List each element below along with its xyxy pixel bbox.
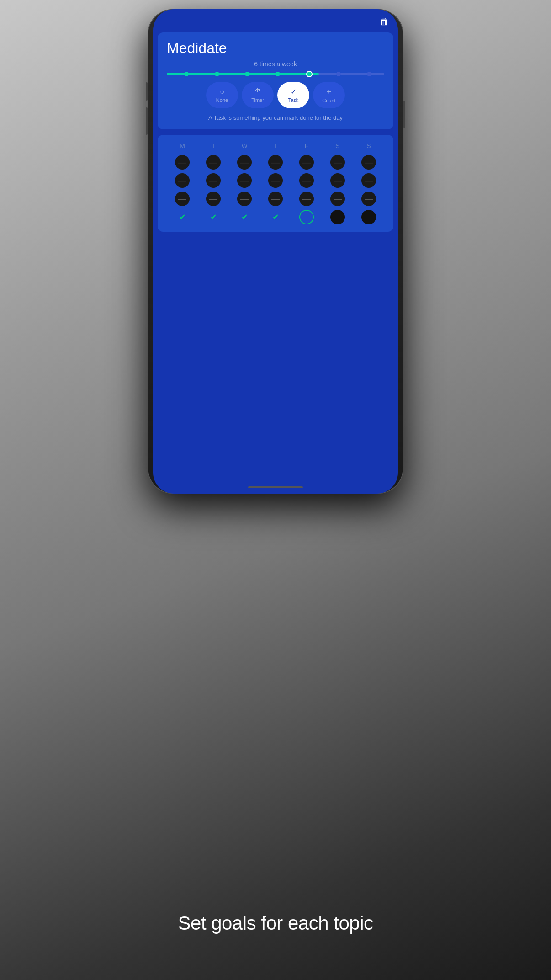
calendar-grid: — — — — — — — — — <box>167 155 384 224</box>
cell-r3c2[interactable]: — <box>206 192 221 206</box>
cell-r1c7[interactable]: — <box>361 155 376 170</box>
type-task-label: Task <box>288 97 299 103</box>
day-headers: M T W T F S S <box>167 142 384 149</box>
screen-content: 🗑 Medidate 6 times a week <box>153 9 398 494</box>
calendar-row-4: ✔ ✔ ✔ ✔ <box>167 210 384 224</box>
cell-r4c6[interactable] <box>330 210 345 224</box>
day-w: W <box>237 142 252 149</box>
cell-r3c1[interactable]: — <box>175 192 190 206</box>
type-count-button[interactable]: ＋ Count <box>313 82 345 108</box>
cell-r2c5[interactable]: — <box>299 173 314 188</box>
cell-r1c4[interactable]: — <box>268 155 283 170</box>
calendar-card: M T W T F S S — — <box>158 135 393 232</box>
cell-r4c1[interactable]: ✔ <box>175 210 190 224</box>
cell-r2c1[interactable]: — <box>175 173 190 188</box>
cell-r4c4[interactable]: ✔ <box>268 210 283 224</box>
phone-frame: 🗑 Medidate 6 times a week <box>148 9 403 494</box>
type-count-label: Count <box>322 98 335 103</box>
frequency-slider[interactable] <box>167 73 384 75</box>
day-t2: T <box>268 142 283 149</box>
page-background: 🗑 Medidate 6 times a week <box>0 0 551 980</box>
cell-r4c3[interactable]: ✔ <box>237 210 252 224</box>
cell-r2c4[interactable]: — <box>268 173 283 188</box>
volume-down-button <box>146 107 148 135</box>
type-task-button[interactable]: ✓ Task <box>277 82 309 108</box>
cell-r3c5[interactable]: — <box>299 192 314 206</box>
type-buttons-group: ○ None ⏱ Timer ✓ Task <box>167 82 384 108</box>
slider-dot-2 <box>215 72 219 76</box>
timer-icon: ⏱ <box>254 88 261 96</box>
cell-r1c1[interactable]: — <box>175 155 190 170</box>
medidate-card: Medidate 6 times a week <box>158 32 393 129</box>
phone-body: 🗑 Medidate 6 times a week <box>148 9 403 494</box>
calendar-row-2: — — — — — — — <box>167 173 384 188</box>
slider-track <box>167 73 384 75</box>
type-none-button[interactable]: ○ None <box>206 82 238 108</box>
cell-r1c3[interactable]: — <box>237 155 252 170</box>
app-title: Medidate <box>167 40 384 57</box>
slider-dot-1 <box>184 72 189 76</box>
slider-dot-4 <box>276 72 280 76</box>
type-none-label: None <box>216 97 228 103</box>
cell-r3c6[interactable]: — <box>330 192 345 206</box>
day-t1: T <box>206 142 221 149</box>
slider-dot-6 <box>336 72 341 76</box>
day-s2: S <box>361 142 376 149</box>
cell-r4c5[interactable] <box>299 210 314 224</box>
cell-r3c3[interactable]: — <box>237 192 252 206</box>
volume-up-button <box>146 82 148 101</box>
calendar-row-3: — — — — — — — <box>167 192 384 206</box>
cell-r2c3[interactable]: — <box>237 173 252 188</box>
cell-r1c5[interactable]: — <box>299 155 314 170</box>
delete-icon[interactable]: 🗑 <box>380 16 389 27</box>
day-m: M <box>175 142 190 149</box>
cell-r4c7[interactable] <box>361 210 376 224</box>
power-button <box>403 101 405 128</box>
cell-r3c7[interactable]: — <box>361 192 376 206</box>
top-bar: 🗑 <box>153 9 398 31</box>
day-f: F <box>299 142 314 149</box>
slider-dot-7 <box>367 72 371 76</box>
cell-r4c2[interactable]: ✔ <box>206 210 221 224</box>
none-icon: ○ <box>220 88 224 96</box>
cell-r2c6[interactable]: — <box>330 173 345 188</box>
cell-r1c2[interactable]: — <box>206 155 221 170</box>
cell-r2c2[interactable]: — <box>206 173 221 188</box>
day-s1: S <box>330 142 345 149</box>
phone-screen: 🗑 Medidate 6 times a week <box>153 9 398 494</box>
count-icon: ＋ <box>325 87 333 96</box>
slider-dot-3 <box>245 72 249 76</box>
slider-dot-5-active <box>306 71 313 77</box>
type-timer-button[interactable]: ⏱ Timer <box>242 82 274 108</box>
cell-r3c4[interactable]: — <box>268 192 283 206</box>
task-icon: ✓ <box>291 87 297 96</box>
type-description: A Task is something you can mark done fo… <box>167 114 384 122</box>
cell-r2c7[interactable]: — <box>361 173 376 188</box>
caption-text: Set goals for each topic <box>37 912 514 934</box>
home-indicator <box>248 486 303 488</box>
calendar-row-1: — — — — — — — <box>167 155 384 170</box>
caption-area: Set goals for each topic <box>0 912 551 934</box>
type-timer-label: Timer <box>251 97 264 103</box>
cell-r1c6[interactable]: — <box>330 155 345 170</box>
slider-fill <box>167 73 319 75</box>
frequency-label: 6 times a week <box>167 60 384 68</box>
